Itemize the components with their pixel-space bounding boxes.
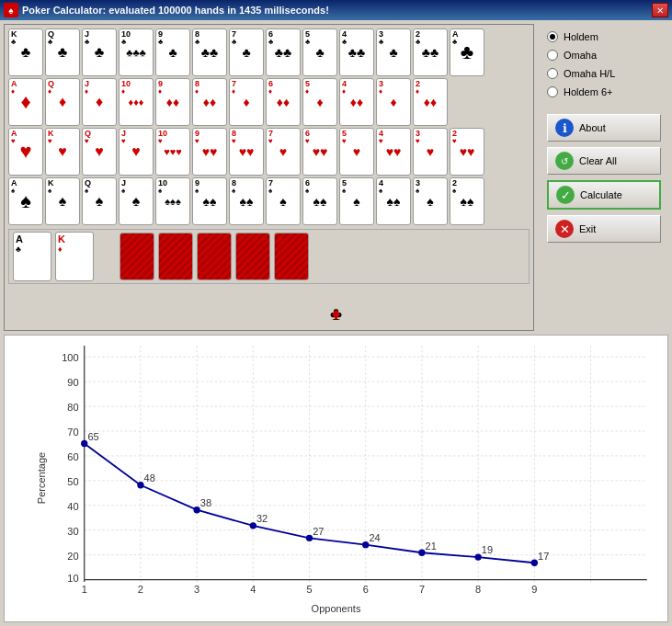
radio-omaha-label: Omaha (564, 50, 597, 61)
card-j-diamonds[interactable]: J♦♦ (82, 78, 117, 126)
card-10-hearts[interactable]: 10♥♥♥♥ (155, 128, 190, 176)
card-a-spades[interactable]: A♠♠ (8, 177, 43, 225)
clubs-row: K♣♣ Q♣♣ J♣♣ 10♣♣♣♣ 9♣♣ 8♣♣♣ 7♣♣ 6♣♣♣ 5♣♣… (8, 28, 530, 76)
svg-point-42 (193, 506, 199, 513)
hearts-row: A♥♥ K♥♥ Q♥♥ J♥♥ 10♥♥♥♥ 9♥♥♥ 8♥♥♥ 7♥♥ 6♥♥… (8, 128, 530, 176)
card-4-diamonds[interactable]: 4♦♦♦ (339, 78, 374, 126)
card-4-spades[interactable]: 4♠♠♠ (376, 177, 411, 225)
svg-text:50: 50 (67, 475, 78, 486)
card-q-hearts[interactable]: Q♥♥ (82, 128, 117, 176)
radio-omaha-circle[interactable] (547, 50, 558, 61)
svg-point-44 (306, 534, 313, 541)
svg-text:65: 65 (87, 431, 98, 442)
card-7-hearts[interactable]: 7♥♥ (266, 128, 301, 176)
card-10-diamonds[interactable]: 10♦♦♦♦ (119, 78, 154, 126)
card-4-hearts[interactable]: 4♥♥♥ (376, 128, 411, 176)
chart-x-label: Opponents (312, 603, 361, 614)
card-5-clubs[interactable]: 5♣♣ (302, 28, 337, 76)
card-j-spades[interactable]: J♠♠ (119, 177, 154, 225)
card-5-diamonds[interactable]: 5♦♦ (302, 78, 337, 126)
card-2-spades[interactable]: 2♠♠♠ (450, 177, 484, 225)
radio-holdem-circle[interactable] (547, 31, 558, 42)
svg-text:2: 2 (138, 584, 143, 594)
card-9-diamonds[interactable]: 9♦♦♦ (155, 78, 190, 126)
svg-text:1: 1 (82, 584, 87, 594)
card-6-spades[interactable]: 6♠♠♠ (302, 177, 337, 225)
card-2-clubs[interactable]: 2♣♣♣ (413, 28, 448, 76)
card-8-hearts[interactable]: 8♥♥♥ (229, 128, 264, 176)
svg-text:8: 8 (475, 584, 481, 594)
community-card-3[interactable] (197, 233, 232, 280)
svg-text:10: 10 (67, 573, 78, 584)
card-6-diamonds[interactable]: 6♦♦♦ (266, 78, 301, 126)
card-5-spades[interactable]: 5♠♠ (339, 177, 374, 225)
card-9-clubs[interactable]: 9♣♣ (155, 28, 190, 76)
card-3-spades[interactable]: 3♠♠ (413, 177, 448, 225)
selected-card-ac[interactable]: A ♣ ♣ (13, 232, 51, 281)
radio-omaha[interactable]: Omaha (547, 50, 661, 61)
info-icon: ℹ (555, 119, 574, 137)
selected-card-kd[interactable]: K ♦ ♦ (55, 232, 94, 281)
svg-point-41 (137, 482, 143, 488)
svg-text:17: 17 (538, 550, 549, 561)
card-7-diamonds[interactable]: 7♦♦ (229, 78, 264, 126)
about-button[interactable]: ℹ About (547, 114, 661, 142)
card-a-hearts[interactable]: A♥♥ (8, 128, 43, 176)
card-j-clubs[interactable]: J♣♣ (82, 28, 117, 76)
community-card-2[interactable] (158, 233, 193, 280)
card-8-diamonds[interactable]: 8♦♦♦ (192, 78, 227, 126)
svg-point-43 (250, 522, 256, 529)
card-a-clubs[interactable]: A♣♣ (450, 28, 484, 76)
svg-text:24: 24 (369, 532, 380, 543)
card-7-spades[interactable]: 7♠♠ (266, 177, 301, 225)
card-q-spades[interactable]: Q♠♠ (82, 177, 117, 225)
exit-button[interactable]: ✕ Exit (547, 215, 661, 243)
card-k-clubs[interactable]: K♣♣ (8, 28, 43, 76)
svg-text:7: 7 (419, 584, 425, 594)
svg-text:21: 21 (426, 540, 437, 551)
svg-point-45 (362, 541, 369, 548)
card-7-clubs[interactable]: 7♣♣ (229, 28, 264, 76)
exit-icon: ✕ (555, 220, 574, 238)
main-container: K♣♣ Q♣♣ J♣♣ 10♣♣♣♣ 9♣♣ 8♣♣♣ 7♣♣ 6♣♣♣ 5♣♣… (0, 20, 672, 626)
clear-all-button[interactable]: ↺ Clear All (547, 147, 661, 175)
card-10-spades[interactable]: 10♠♠♠♠ (155, 177, 190, 225)
chart-area: 100 90 80 70 60 50 40 30 20 10 1 2 3 4 5… (51, 345, 658, 594)
card-8-spades[interactable]: 8♠♠♠ (229, 177, 264, 225)
close-button[interactable]: ✕ (652, 3, 668, 17)
card-6-hearts[interactable]: 6♥♥♥ (302, 128, 337, 176)
card-8-clubs[interactable]: 8♣♣♣ (192, 28, 227, 76)
radio-holdem6[interactable]: Holdem 6+ (547, 86, 661, 97)
title-bar: ♠ Poker Calculator: evaluated 100000 han… (0, 0, 672, 20)
card-a-diamonds[interactable]: A♦♦ (8, 78, 43, 126)
about-label: About (579, 122, 606, 133)
radio-holdem6-circle[interactable] (547, 86, 558, 97)
card-k-hearts[interactable]: K♥♥ (45, 128, 80, 176)
card-q-diamonds[interactable]: Q♦♦ (45, 78, 80, 126)
card-9-spades[interactable]: 9♠♠♠ (192, 177, 227, 225)
community-card-5[interactable] (274, 233, 309, 280)
card-3-diamonds[interactable]: 3♦♦ (376, 78, 411, 126)
card-2-diamonds[interactable]: 2♦♦♦ (413, 78, 448, 126)
card-6-clubs[interactable]: 6♣♣♣ (266, 28, 301, 76)
svg-text:6: 6 (363, 584, 369, 594)
card-5-hearts[interactable]: 5♥♥ (339, 128, 374, 176)
radio-holdem[interactable]: Holdem (547, 31, 661, 42)
card-4-clubs[interactable]: 4♣♣♣ (339, 28, 374, 76)
radio-holdem-label: Holdem (564, 31, 598, 42)
card-10-clubs[interactable]: 10♣♣♣♣ (119, 28, 154, 76)
community-card-4[interactable] (235, 233, 270, 280)
refresh-icon: ↺ (555, 152, 574, 170)
card-3-clubs[interactable]: 3♣♣ (376, 28, 411, 76)
card-k-spades[interactable]: K♠♠ (45, 177, 80, 225)
calculate-button[interactable]: ✓ Calculate (547, 180, 661, 210)
card-2-hearts[interactable]: 2♥♥♥ (450, 128, 484, 176)
community-card-1[interactable] (120, 233, 154, 280)
card-q-clubs[interactable]: Q♣♣ (45, 28, 80, 76)
card-3-hearts[interactable]: 3♥♥ (413, 128, 448, 176)
card-j-hearts[interactable]: J♥♥ (119, 128, 154, 176)
radio-omaha-hl-circle[interactable] (547, 68, 558, 79)
card-9-hearts[interactable]: 9♥♥♥ (192, 128, 227, 176)
svg-text:19: 19 (482, 544, 493, 555)
radio-omaha-hl[interactable]: Omaha H/L (547, 68, 661, 79)
